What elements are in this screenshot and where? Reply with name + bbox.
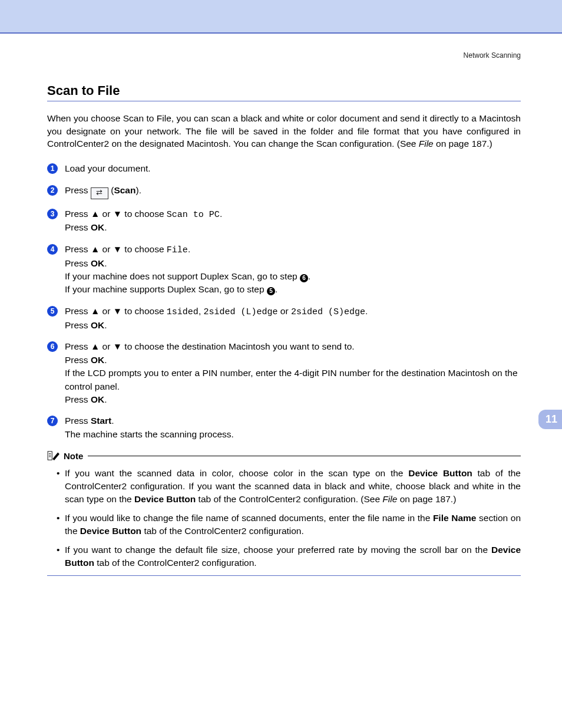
step-6-body: Press ▲ or ▼ to choose the destination M… xyxy=(65,340,521,406)
text: Press xyxy=(65,209,91,219)
up-arrow-icon: ▲ xyxy=(91,306,100,316)
down-arrow-icon: ▼ xyxy=(113,306,122,316)
step-4: 4 Press ▲ or ▼ to choose File. Press OK.… xyxy=(47,243,521,297)
text: Press xyxy=(65,222,91,232)
step-5: 5 Press ▲ or ▼ to choose 1sided, 2sided … xyxy=(47,305,521,332)
text: . xyxy=(365,306,368,316)
note-item: If you want the scanned data in color, c… xyxy=(57,467,521,506)
text: . xyxy=(220,209,222,219)
note-label: Note xyxy=(64,451,83,461)
note-icon xyxy=(47,450,60,461)
text: . xyxy=(104,320,107,330)
note-divider xyxy=(88,456,521,456)
text: Press xyxy=(65,258,91,268)
device-button-label: Device Button xyxy=(408,468,472,478)
text: tab of the ControlCenter2 configuration. xyxy=(141,526,304,536)
text: If your machine does not support Duplex … xyxy=(65,271,300,281)
svg-rect-0 xyxy=(48,452,52,460)
text: tab of the ControlCenter2 configuration.… xyxy=(196,494,382,504)
step-3: 3 Press ▲ or ▼ to choose Scan to PC. Pre… xyxy=(47,207,521,235)
page-header-label: Network Scanning xyxy=(47,51,521,60)
file-name-label: File Name xyxy=(433,513,477,523)
menu-option: Scan to PC xyxy=(167,210,220,220)
ok-label: OK xyxy=(91,355,104,365)
ok-label: OK xyxy=(91,320,104,330)
text: or xyxy=(100,341,113,351)
note-bottom-line xyxy=(47,575,521,576)
text: . xyxy=(111,416,114,426)
step-6: 6 Press ▲ or ▼ to choose the destination… xyxy=(47,340,521,406)
intro-post: on page 187.) xyxy=(434,139,492,149)
note-block: Note If you want the scanned data in col… xyxy=(47,450,521,576)
scan-label: Scan xyxy=(114,185,135,195)
text: to choose xyxy=(122,306,167,316)
file-link: File xyxy=(382,494,397,504)
text: . xyxy=(104,258,107,268)
ok-label: OK xyxy=(91,258,104,268)
text: Press xyxy=(65,394,91,404)
step-3-body: Press ▲ or ▼ to choose Scan to PC. Press… xyxy=(65,207,521,235)
note-item: If you want to change the default file s… xyxy=(57,543,521,569)
note-list: If you want the scanned data in color, c… xyxy=(47,467,521,569)
text: to choose the destination Macintosh you … xyxy=(122,341,355,351)
device-button-label: Device Button xyxy=(80,526,141,536)
up-arrow-icon: ▲ xyxy=(91,341,100,351)
text: Press xyxy=(65,244,91,254)
title-underline xyxy=(47,101,521,101)
text: If the LCD prompts you to enter a PIN nu… xyxy=(65,368,518,391)
text: Press xyxy=(65,355,91,365)
text: If you would like to change the file nam… xyxy=(65,513,433,523)
text: or xyxy=(100,306,113,316)
step-7-body: Press Start. The machine starts the scan… xyxy=(65,414,521,441)
step-ref-icon: 6 xyxy=(300,274,308,282)
step-number-icon: 5 xyxy=(47,306,58,317)
step-2-body: Press ⇄ (Scan). xyxy=(65,184,521,199)
text: If your machine supports Duplex Scan, go… xyxy=(65,284,267,294)
text: . xyxy=(188,244,190,254)
step-ref-icon: 5 xyxy=(267,287,275,295)
text: or xyxy=(278,306,291,316)
section-title: Scan to File xyxy=(47,83,521,98)
step-7: 7 Press Start. The machine starts the sc… xyxy=(47,414,521,441)
text: Press xyxy=(65,341,91,351)
text: to choose xyxy=(122,244,167,254)
step-1-body: Load your document. xyxy=(65,162,521,175)
step-number-icon: 4 xyxy=(47,244,58,255)
scan-button-icon: ⇄ xyxy=(91,187,108,199)
text: Press xyxy=(65,416,91,426)
up-arrow-icon: ▲ xyxy=(91,244,100,254)
menu-option: 2sided (L)edge xyxy=(204,307,278,317)
intro-paragraph: When you choose Scan to File, you can sc… xyxy=(47,112,521,150)
down-arrow-icon: ▼ xyxy=(113,244,122,254)
step-number-icon: 7 xyxy=(47,416,58,426)
text: , xyxy=(199,306,204,316)
step-number-icon: 2 xyxy=(47,185,58,196)
step-2: 2 Press ⇄ (Scan). xyxy=(47,184,521,199)
up-arrow-icon: ▲ xyxy=(91,209,100,219)
chapter-tab: 11 xyxy=(538,410,562,429)
text: . xyxy=(308,271,310,281)
text: . xyxy=(104,355,107,365)
text: tab of the ControlCenter2 configuration. xyxy=(94,558,257,568)
ok-label: OK xyxy=(91,394,104,404)
text: ). xyxy=(135,185,141,195)
text: on page 187.) xyxy=(397,494,456,504)
step-number-icon: 3 xyxy=(47,209,58,219)
note-item: If you would like to change the file nam… xyxy=(57,512,521,538)
ok-label: OK xyxy=(91,222,104,232)
note-header: Note xyxy=(47,450,521,461)
step-5-body: Press ▲ or ▼ to choose 1sided, 2sided (L… xyxy=(65,305,521,332)
text: . xyxy=(104,394,107,404)
text: . xyxy=(104,222,107,232)
start-label: Start xyxy=(91,416,111,426)
top-banner xyxy=(0,0,562,34)
intro-link: File xyxy=(419,139,434,149)
menu-option: 1sided xyxy=(167,307,199,317)
text: Press xyxy=(65,185,91,195)
step-number-icon: 1 xyxy=(47,163,58,174)
text: The machine starts the scanning process. xyxy=(65,429,234,439)
step-4-body: Press ▲ or ▼ to choose File. Press OK. I… xyxy=(65,243,521,297)
down-arrow-icon: ▼ xyxy=(113,209,122,219)
text: Press xyxy=(65,306,91,316)
text: Press xyxy=(65,320,91,330)
